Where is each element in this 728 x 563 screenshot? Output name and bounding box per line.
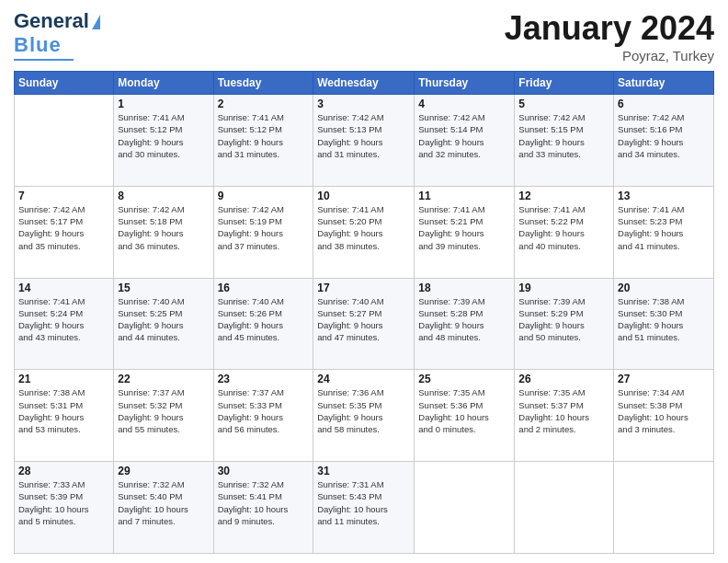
col-wednesday: Wednesday: [313, 72, 415, 95]
logo-text-general: General: [14, 9, 89, 33]
day-number: 26: [518, 373, 609, 385]
calendar-cell: 16Sunrise: 7:40 AMSunset: 5:26 PMDayligh…: [213, 278, 313, 370]
calendar-cell: 29Sunrise: 7:32 AMSunset: 5:40 PMDayligh…: [114, 462, 213, 554]
day-info: Sunrise: 7:42 AMSunset: 5:19 PMDaylight:…: [218, 203, 310, 252]
calendar-body: 1Sunrise: 7:41 AMSunset: 5:12 PMDaylight…: [15, 95, 714, 554]
col-thursday: Thursday: [415, 72, 515, 95]
day-number: 4: [418, 98, 510, 110]
calendar-cell: 5Sunrise: 7:42 AMSunset: 5:15 PMDaylight…: [515, 95, 614, 187]
calendar-cell: 8Sunrise: 7:42 AMSunset: 5:18 PMDaylight…: [114, 186, 213, 278]
calendar-cell: 18Sunrise: 7:39 AMSunset: 5:28 PMDayligh…: [415, 278, 515, 370]
day-info: Sunrise: 7:41 AMSunset: 5:21 PMDaylight:…: [418, 203, 510, 252]
day-number: 18: [418, 282, 510, 294]
calendar-cell: [515, 462, 614, 554]
calendar-cell: 7Sunrise: 7:42 AMSunset: 5:17 PMDaylight…: [15, 186, 114, 278]
calendar-cell: 4Sunrise: 7:42 AMSunset: 5:14 PMDaylight…: [415, 95, 515, 187]
day-info: Sunrise: 7:35 AMSunset: 5:37 PMDaylight:…: [518, 386, 609, 435]
day-info: Sunrise: 7:35 AMSunset: 5:36 PMDaylight:…: [418, 386, 510, 435]
calendar-week-4: 21Sunrise: 7:38 AMSunset: 5:31 PMDayligh…: [15, 370, 714, 462]
calendar-cell: [614, 462, 714, 554]
calendar-cell: [15, 95, 114, 187]
day-info: Sunrise: 7:40 AMSunset: 5:27 PMDaylight:…: [317, 295, 410, 344]
day-number: 2: [218, 98, 310, 110]
day-number: 19: [518, 282, 609, 294]
calendar-cell: 14Sunrise: 7:41 AMSunset: 5:24 PMDayligh…: [15, 278, 114, 370]
day-number: 25: [418, 373, 510, 385]
calendar-cell: 11Sunrise: 7:41 AMSunset: 5:21 PMDayligh…: [415, 186, 515, 278]
calendar-cell: 10Sunrise: 7:41 AMSunset: 5:20 PMDayligh…: [313, 186, 415, 278]
day-info: Sunrise: 7:42 AMSunset: 5:17 PMDaylight:…: [18, 203, 109, 252]
day-info: Sunrise: 7:41 AMSunset: 5:23 PMDaylight:…: [618, 203, 710, 252]
day-number: 8: [118, 190, 209, 202]
day-info: Sunrise: 7:37 AMSunset: 5:32 PMDaylight:…: [118, 386, 209, 435]
col-sunday: Sunday: [15, 72, 114, 95]
calendar-cell: [415, 462, 515, 554]
day-info: Sunrise: 7:32 AMSunset: 5:41 PMDaylight:…: [218, 478, 310, 527]
day-number: 16: [218, 282, 310, 294]
day-info: Sunrise: 7:33 AMSunset: 5:39 PMDaylight:…: [18, 478, 109, 527]
calendar-week-2: 7Sunrise: 7:42 AMSunset: 5:17 PMDaylight…: [15, 186, 714, 278]
calendar-cell: 12Sunrise: 7:41 AMSunset: 5:22 PMDayligh…: [515, 186, 614, 278]
day-number: 23: [218, 373, 310, 385]
location-subtitle: Poyraz, Turkey: [505, 48, 714, 63]
day-number: 30: [218, 465, 310, 477]
calendar-cell: 22Sunrise: 7:37 AMSunset: 5:32 PMDayligh…: [114, 370, 213, 462]
day-info: Sunrise: 7:32 AMSunset: 5:40 PMDaylight:…: [118, 478, 209, 527]
day-number: 31: [317, 465, 410, 477]
day-info: Sunrise: 7:42 AMSunset: 5:16 PMDaylight:…: [618, 111, 710, 160]
day-number: 27: [618, 373, 710, 385]
calendar-cell: 2Sunrise: 7:41 AMSunset: 5:12 PMDaylight…: [213, 95, 313, 187]
title-block: January 2024 Poyraz, Turkey: [505, 9, 714, 63]
calendar-cell: 27Sunrise: 7:34 AMSunset: 5:38 PMDayligh…: [614, 370, 714, 462]
calendar-cell: 28Sunrise: 7:33 AMSunset: 5:39 PMDayligh…: [15, 462, 114, 554]
day-info: Sunrise: 7:42 AMSunset: 5:18 PMDaylight:…: [118, 203, 209, 252]
calendar-week-5: 28Sunrise: 7:33 AMSunset: 5:39 PMDayligh…: [15, 462, 714, 554]
calendar-week-1: 1Sunrise: 7:41 AMSunset: 5:12 PMDaylight…: [15, 95, 714, 187]
header-row: Sunday Monday Tuesday Wednesday Thursday…: [15, 72, 714, 95]
calendar-cell: 30Sunrise: 7:32 AMSunset: 5:41 PMDayligh…: [213, 462, 313, 554]
calendar-cell: 17Sunrise: 7:40 AMSunset: 5:27 PMDayligh…: [313, 278, 415, 370]
calendar-table: Sunday Monday Tuesday Wednesday Thursday…: [14, 71, 714, 554]
col-tuesday: Tuesday: [213, 72, 313, 95]
calendar-cell: 6Sunrise: 7:42 AMSunset: 5:16 PMDaylight…: [614, 95, 714, 187]
day-info: Sunrise: 7:31 AMSunset: 5:43 PMDaylight:…: [317, 478, 410, 527]
day-number: 20: [618, 282, 710, 294]
day-info: Sunrise: 7:40 AMSunset: 5:25 PMDaylight:…: [118, 295, 209, 344]
calendar-cell: 26Sunrise: 7:35 AMSunset: 5:37 PMDayligh…: [515, 370, 614, 462]
calendar-week-3: 14Sunrise: 7:41 AMSunset: 5:24 PMDayligh…: [15, 278, 714, 370]
day-info: Sunrise: 7:42 AMSunset: 5:15 PMDaylight:…: [518, 111, 609, 160]
day-number: 3: [317, 98, 410, 110]
day-info: Sunrise: 7:42 AMSunset: 5:14 PMDaylight:…: [418, 111, 510, 160]
calendar-cell: 21Sunrise: 7:38 AMSunset: 5:31 PMDayligh…: [15, 370, 114, 462]
calendar-cell: 15Sunrise: 7:40 AMSunset: 5:25 PMDayligh…: [114, 278, 213, 370]
calendar-cell: 24Sunrise: 7:36 AMSunset: 5:35 PMDayligh…: [313, 370, 415, 462]
calendar-cell: 3Sunrise: 7:42 AMSunset: 5:13 PMDaylight…: [313, 95, 415, 187]
day-info: Sunrise: 7:37 AMSunset: 5:33 PMDaylight:…: [218, 386, 310, 435]
col-monday: Monday: [114, 72, 213, 95]
header: General Blue January 2024 Poyraz, Turkey: [14, 9, 714, 63]
day-info: Sunrise: 7:41 AMSunset: 5:12 PMDaylight:…: [118, 111, 209, 160]
day-info: Sunrise: 7:36 AMSunset: 5:35 PMDaylight:…: [317, 386, 410, 435]
day-info: Sunrise: 7:38 AMSunset: 5:31 PMDaylight:…: [18, 386, 109, 435]
day-info: Sunrise: 7:41 AMSunset: 5:22 PMDaylight:…: [518, 203, 609, 252]
day-number: 14: [18, 282, 109, 294]
calendar-cell: 25Sunrise: 7:35 AMSunset: 5:36 PMDayligh…: [415, 370, 515, 462]
day-info: Sunrise: 7:38 AMSunset: 5:30 PMDaylight:…: [618, 295, 710, 344]
day-number: 15: [118, 282, 209, 294]
day-number: 7: [18, 190, 109, 202]
day-number: 17: [317, 282, 410, 294]
day-number: 22: [118, 373, 209, 385]
calendar-cell: 31Sunrise: 7:31 AMSunset: 5:43 PMDayligh…: [313, 462, 415, 554]
day-number: 28: [18, 465, 109, 477]
day-number: 9: [218, 190, 310, 202]
calendar-cell: 23Sunrise: 7:37 AMSunset: 5:33 PMDayligh…: [213, 370, 313, 462]
day-number: 13: [618, 190, 710, 202]
day-info: Sunrise: 7:39 AMSunset: 5:28 PMDaylight:…: [418, 295, 510, 344]
day-number: 5: [518, 98, 609, 110]
col-saturday: Saturday: [614, 72, 714, 95]
logo: General Blue: [14, 9, 100, 61]
day-info: Sunrise: 7:39 AMSunset: 5:29 PMDaylight:…: [518, 295, 609, 344]
day-number: 11: [418, 190, 510, 202]
day-number: 12: [518, 190, 609, 202]
day-number: 6: [618, 98, 710, 110]
